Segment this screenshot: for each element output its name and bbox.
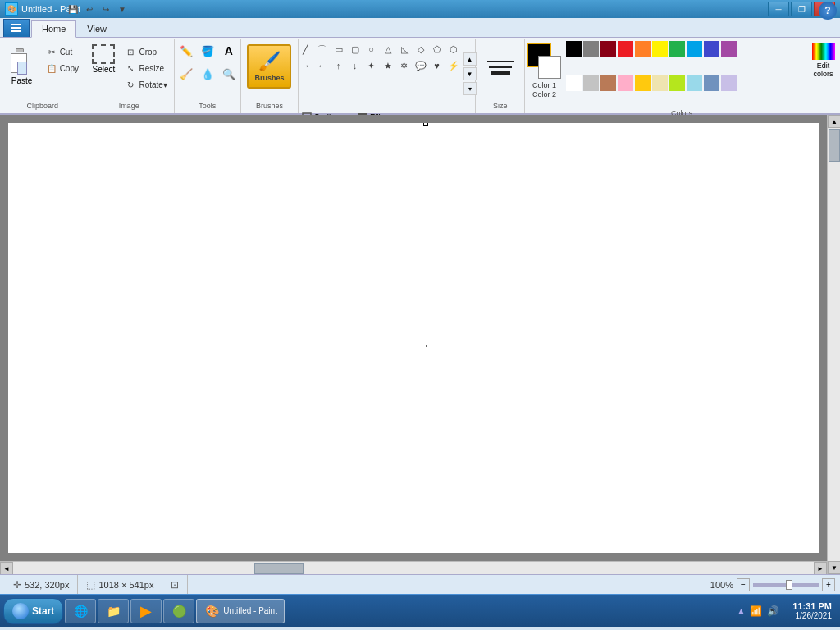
help-button[interactable]: ?: [819, 2, 837, 20]
resize-handle-top-center[interactable]: [423, 123, 428, 126]
rotate-button[interactable]: ↻ Rotate▾: [121, 77, 170, 92]
shape-pentagon[interactable]: ⬠: [429, 41, 445, 57]
color-swatch[interactable]: [618, 41, 633, 57]
copy-button[interactable]: 📋 Copy: [43, 61, 82, 75]
shape-arrow-u[interactable]: ↑: [331, 57, 347, 74]
shapes-scroll-down[interactable]: ▼: [463, 67, 477, 80]
shape-triangle[interactable]: △: [380, 41, 396, 57]
undo-button[interactable]: ↩: [82, 2, 97, 16]
shape-heart[interactable]: ♥: [429, 57, 445, 74]
shape-roundrect[interactable]: ▢: [347, 41, 363, 57]
taskbar-chrome[interactable]: 🟢: [163, 599, 194, 623]
shape-star6[interactable]: ✡: [396, 57, 413, 74]
shape-righttri[interactable]: ◺: [396, 41, 413, 57]
color-swatch[interactable]: [600, 41, 616, 57]
pencil-tool[interactable]: ✏️: [176, 41, 196, 61]
scroll-down-button[interactable]: ▼: [828, 561, 840, 574]
shape-hexagon[interactable]: ⬡: [445, 41, 462, 57]
start-button[interactable]: Start: [3, 598, 63, 624]
color-swatch[interactable]: [652, 41, 668, 57]
zoom-slider[interactable]: [753, 583, 819, 587]
image-group: Select ⊡ Crop ⤡ Resize ↻ Rotate▾ Image: [84, 39, 175, 113]
color-swatch[interactable]: [721, 75, 737, 91]
color-swatch[interactable]: [583, 41, 599, 57]
size-button[interactable]: [479, 44, 522, 87]
color-swatch[interactable]: [566, 41, 582, 57]
shape-star5[interactable]: ★: [380, 57, 396, 74]
color-swatch[interactable]: [687, 75, 702, 91]
color-picker-tool[interactable]: 💧: [198, 64, 217, 84]
shape-ellipse[interactable]: ○: [363, 41, 380, 57]
tab-view[interactable]: View: [76, 19, 117, 37]
edit-colors-button[interactable]: Edit colors: [810, 41, 838, 80]
resize-label: Resize: [139, 64, 164, 73]
quick-access-dropdown[interactable]: ▼: [115, 2, 130, 16]
color-swatch[interactable]: [687, 41, 702, 57]
shape-curve[interactable]: ⌒: [314, 41, 331, 57]
color-swatch[interactable]: [600, 75, 616, 91]
color-swatch[interactable]: [704, 75, 719, 91]
color-swatch[interactable]: [635, 75, 651, 91]
text-tool[interactable]: A: [219, 41, 239, 61]
shape-arrow-d[interactable]: ↓: [347, 57, 363, 74]
shape-callout[interactable]: 💬: [413, 57, 429, 74]
scroll-left-button[interactable]: ◄: [0, 562, 13, 574]
shape-star4[interactable]: ✦: [363, 57, 380, 74]
volume-icon[interactable]: 🔊: [767, 605, 779, 617]
brushes-button[interactable]: 🖌️ Brushes: [247, 44, 291, 89]
paint-canvas[interactable]: [8, 123, 819, 553]
tray-expand-arrow[interactable]: ▲: [737, 606, 745, 615]
restore-button[interactable]: ❐: [791, 2, 812, 16]
scroll-track-h[interactable]: [13, 562, 814, 574]
color2-button[interactable]: [538, 56, 561, 79]
shapes-scroll-up[interactable]: ▲: [463, 52, 477, 66]
scroll-thumb-h[interactable]: [254, 563, 304, 574]
color-swatch[interactable]: [566, 75, 582, 91]
color-swatch[interactable]: [618, 75, 633, 91]
select-label: Select: [93, 65, 116, 74]
shape-arrow-l[interactable]: ←: [314, 57, 331, 74]
scroll-up-button[interactable]: ▲: [828, 115, 840, 128]
select-button[interactable]: Select: [87, 41, 120, 77]
color-swatch[interactable]: [652, 75, 668, 91]
network-icon[interactable]: 📶: [750, 605, 762, 617]
magnifier-tool[interactable]: 🔍: [219, 64, 239, 84]
scroll-track-v[interactable]: [828, 128, 840, 561]
color-swatch[interactable]: [704, 41, 719, 57]
scroll-thumb-v[interactable]: [829, 129, 840, 162]
shape-line[interactable]: ╱: [298, 41, 314, 57]
shapes-scroll-expand[interactable]: ▾: [463, 82, 477, 95]
shape-diamond[interactable]: ◇: [413, 41, 429, 57]
color-swatch[interactable]: [721, 41, 737, 57]
vertical-scrollbar[interactable]: ▲ ▼: [827, 115, 840, 574]
shape-lightning[interactable]: ⚡: [445, 57, 462, 74]
zoom-in-button[interactable]: +: [822, 578, 835, 591]
zoom-slider-thumb[interactable]: [786, 580, 792, 590]
taskbar-media[interactable]: ▶: [130, 599, 162, 623]
redo-button[interactable]: ↪: [98, 2, 113, 16]
horizontal-scrollbar[interactable]: ◄ ►: [0, 561, 827, 574]
cut-button[interactable]: ✂ Cut: [43, 44, 82, 59]
eraser-tool[interactable]: 🧹: [176, 64, 196, 84]
canvas-icon: ⊡: [171, 579, 179, 591]
taskbar-ie[interactable]: 🌐: [65, 599, 96, 623]
color-swatch[interactable]: [669, 41, 685, 57]
shape-rect[interactable]: ▭: [331, 41, 347, 57]
color-swatch[interactable]: [583, 75, 599, 91]
taskbar-paint[interactable]: 🎨 Untitled - Paint: [196, 599, 285, 623]
crop-button[interactable]: ⊡ Crop: [121, 44, 170, 59]
shape-arrow-r[interactable]: →: [298, 57, 314, 74]
paint-menu-button[interactable]: [3, 19, 30, 37]
fill-tool[interactable]: 🪣: [198, 41, 217, 61]
minimize-button[interactable]: ─: [768, 2, 789, 16]
save-button[interactable]: 💾: [66, 2, 80, 16]
zoom-out-button[interactable]: −: [737, 578, 750, 591]
tab-home[interactable]: Home: [31, 20, 76, 38]
paste-button[interactable]: Paste: [3, 41, 41, 89]
color-swatch[interactable]: [669, 75, 685, 91]
scroll-right-button[interactable]: ►: [814, 562, 827, 574]
system-clock[interactable]: 11:31 PM 1/26/2021: [788, 601, 837, 620]
color-swatch[interactable]: [635, 41, 651, 57]
resize-button[interactable]: ⤡ Resize: [121, 61, 170, 75]
taskbar-explorer[interactable]: 📁: [98, 599, 129, 623]
